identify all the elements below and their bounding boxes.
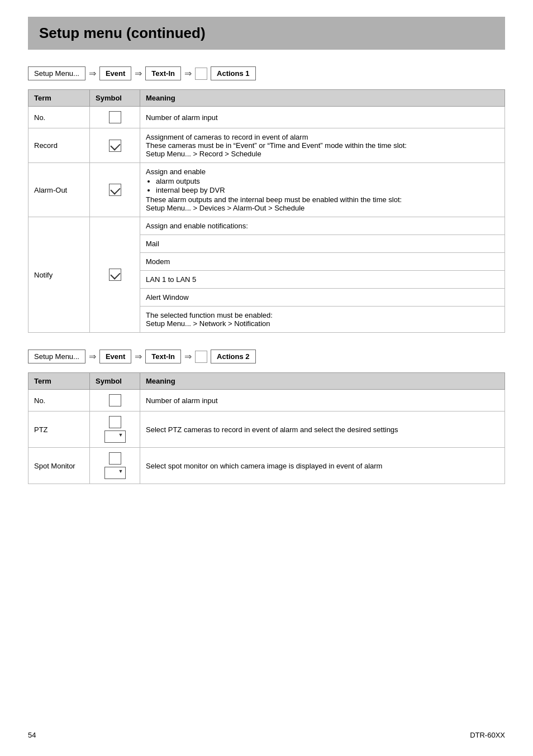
list-item: internal beep by DVR (156, 186, 499, 194)
col-term-1: Term (28, 90, 90, 107)
col-symbol-1: Symbol (90, 90, 140, 107)
meaning-record: Assignment of cameras to record in event… (140, 128, 505, 163)
meaning-no-1: Number of alarm input (140, 107, 505, 128)
nav-actions1: Actions 1 (211, 66, 256, 80)
empty-box-2 (109, 394, 121, 406)
col-meaning-1: Meaning (140, 90, 505, 107)
col-symbol-2: Symbol (90, 373, 140, 390)
term-spotmonitor: Spot Monitor (28, 448, 90, 484)
nav-event-1: Event (99, 66, 131, 80)
table2-header-row: Term Symbol Meaning (28, 373, 505, 390)
section1-nav: Setup Menu... ⇒ Event ⇒ Text-In ⇒ Action… (28, 66, 505, 80)
list-item: alarm outputs (156, 177, 499, 185)
arrow-icon-3: ⇒ (184, 68, 192, 79)
footer-page-number: 54 (28, 731, 36, 739)
footer-model: DTR-60XX (470, 731, 505, 739)
table2: Term Symbol Meaning No. Number of alarm … (28, 372, 505, 484)
symbol-ptz (90, 412, 140, 448)
nav-event-2: Event (99, 350, 131, 363)
term-notify: Notify (28, 217, 90, 333)
symbol-notify (90, 217, 140, 333)
col-term-2: Term (28, 373, 90, 390)
section2-nav: Setup Menu... ⇒ Event ⇒ Text-In ⇒ Action… (28, 350, 505, 363)
term-no-2: No. (28, 390, 90, 412)
term-ptz: PTZ (28, 412, 90, 448)
nav-small-box-2 (195, 351, 207, 363)
table-row: No. Number of alarm input (28, 390, 505, 412)
nav-setup-menu-2: Setup Menu... (28, 350, 85, 363)
arrow-icon-6: ⇒ (184, 351, 192, 362)
table-row: Spot Monitor Select spot monitor on whic… (28, 448, 505, 484)
checkbox-alarmout (109, 184, 121, 196)
symbol-no-1 (90, 107, 140, 128)
meaning-notify-1: Assign and enable notifications: (140, 217, 505, 235)
nav-small-box-1 (195, 68, 207, 80)
page-footer: 54 DTR-60XX (28, 731, 505, 739)
dropdown-ptz (104, 430, 126, 443)
table1-header-row: Term Symbol Meaning (28, 90, 505, 107)
symbol-record (90, 128, 140, 163)
meaning-notify-3: Modem (140, 253, 505, 271)
arrow-icon-5: ⇒ (135, 351, 142, 362)
empty-box-1 (109, 111, 121, 123)
meaning-no-2: Number of alarm input (140, 390, 505, 412)
box-spot-top (109, 452, 121, 465)
table-row: PTZ Select PTZ cameras to record in even… (28, 412, 505, 448)
table-row: Notify Assign and enable notifications: (28, 217, 505, 235)
meaning-notify-5: Alert Window (140, 289, 505, 307)
nav-setup-menu-1: Setup Menu... (28, 66, 85, 80)
table-row: Record Assignment of cameras to record i… (28, 128, 505, 163)
page-header: Setup menu (continued) (28, 17, 505, 50)
term-no-1: No. (28, 107, 90, 128)
meaning-notify-4: LAN 1 to LAN 5 (140, 271, 505, 289)
table-row: No. Number of alarm input (28, 107, 505, 128)
page: Setup menu (continued) Setup Menu... ⇒ E… (0, 0, 533, 756)
alarmout-bullets: alarm outputs internal beep by DVR (146, 177, 499, 194)
meaning-notify-2: Mail (140, 235, 505, 253)
nav-textin-1: Text-In (145, 66, 181, 80)
box-ptz-top (109, 416, 121, 428)
meaning-alarmout: Assign and enable alarm outputs internal… (140, 163, 505, 217)
symbol-group-spot (96, 452, 134, 479)
arrow-icon-1: ⇒ (89, 68, 96, 79)
term-record: Record (28, 128, 90, 163)
nav-textin-2: Text-In (145, 350, 181, 363)
symbol-no-2 (90, 390, 140, 412)
meaning-notify-6: The selected function must be enabled: S… (140, 307, 505, 333)
checkbox-notify (109, 269, 121, 281)
symbol-spotmonitor (90, 448, 140, 484)
page-title: Setup menu (continued) (39, 25, 494, 42)
symbol-group-ptz (96, 416, 134, 443)
arrow-icon-4: ⇒ (89, 351, 96, 362)
meaning-ptz: Select PTZ cameras to record in event of… (140, 412, 505, 448)
col-meaning-2: Meaning (140, 373, 505, 390)
nav-actions2: Actions 2 (211, 350, 256, 363)
section1: Setup Menu... ⇒ Event ⇒ Text-In ⇒ Action… (28, 66, 505, 333)
symbol-alarmout (90, 163, 140, 217)
term-alarmout: Alarm-Out (28, 163, 90, 217)
table1: Term Symbol Meaning No. Number of alarm … (28, 89, 505, 333)
section2: Setup Menu... ⇒ Event ⇒ Text-In ⇒ Action… (28, 350, 505, 484)
table-row: Alarm-Out Assign and enable alarm output… (28, 163, 505, 217)
dropdown-spot (104, 467, 126, 479)
checkbox-record (109, 140, 121, 152)
meaning-spotmonitor: Select spot monitor on which camera imag… (140, 448, 505, 484)
arrow-icon-2: ⇒ (135, 68, 142, 79)
